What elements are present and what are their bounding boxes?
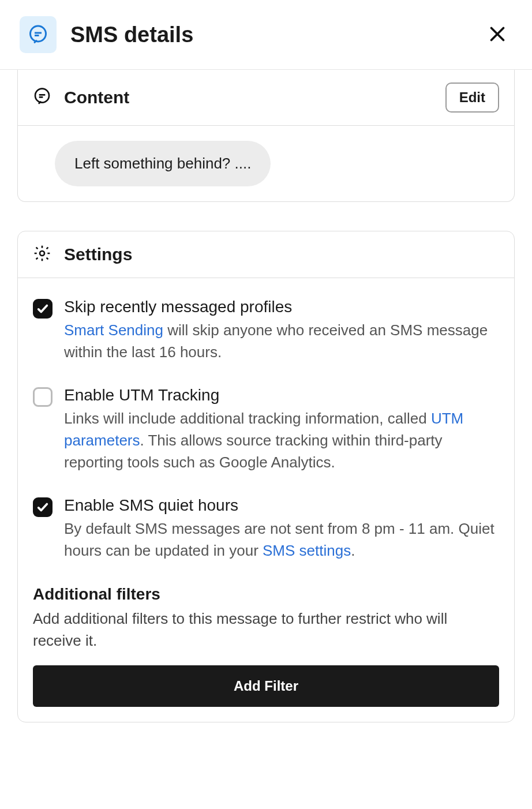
check-icon [36, 501, 49, 514]
modal-title: SMS details [70, 23, 193, 47]
sms-preview-bubble: Left something behind? .... [55, 141, 271, 186]
settings-card-title: Settings [64, 245, 132, 264]
smart-sending-link[interactable]: Smart Sending [64, 321, 163, 339]
settings-card: Settings Skip recently messaged profiles… [17, 231, 515, 722]
add-filter-button[interactable]: Add Filter [33, 665, 499, 707]
additional-filters-title: Additional filters [33, 585, 499, 604]
svg-point-8 [40, 251, 44, 256]
content-card-header: Content Edit [18, 70, 514, 126]
content-card-body: Left something behind? .... [18, 126, 514, 201]
setting-skip-recently-messaged: Skip recently messaged profiles Smart Se… [33, 298, 499, 363]
content-card-title: Content [64, 88, 129, 107]
setting-title: Skip recently messaged profiles [64, 298, 499, 316]
gear-icon [33, 244, 51, 265]
content-icon [33, 87, 51, 108]
settings-card-header: Settings [18, 231, 514, 278]
setting-description: Links will include additional tracking i… [64, 408, 499, 473]
additional-filters-description: Add additional filters to this message t… [33, 608, 499, 651]
setting-description: Smart Sending will skip anyone who recei… [64, 320, 499, 363]
additional-filters-section: Additional filters Add additional filter… [33, 585, 499, 707]
check-icon [36, 302, 49, 315]
settings-card-body: Skip recently messaged profiles Smart Se… [18, 278, 514, 722]
checkbox-quiet-hours[interactable] [33, 497, 53, 517]
modal-header: SMS details [0, 0, 532, 70]
close-button[interactable] [485, 21, 510, 48]
setting-description: By default SMS messages are not sent fro… [64, 518, 499, 561]
close-icon [487, 24, 508, 44]
modal-header-left: SMS details [20, 16, 193, 53]
setting-utm-tracking: Enable UTM Tracking Links will include a… [33, 386, 499, 473]
edit-button[interactable]: Edit [445, 83, 499, 113]
setting-quiet-hours: Enable SMS quiet hours By default SMS me… [33, 496, 499, 561]
svg-point-5 [35, 89, 49, 103]
sms-icon [20, 16, 57, 53]
setting-title: Enable SMS quiet hours [64, 496, 499, 515]
setting-title: Enable UTM Tracking [64, 386, 499, 404]
checkbox-skip-recently-messaged[interactable] [33, 299, 53, 319]
checkbox-utm-tracking[interactable] [33, 387, 53, 407]
sms-settings-link[interactable]: SMS settings [263, 542, 351, 559]
content-card: Content Edit Left something behind? .... [17, 70, 515, 202]
modal-body: Content Edit Left something behind? ....… [0, 70, 532, 740]
